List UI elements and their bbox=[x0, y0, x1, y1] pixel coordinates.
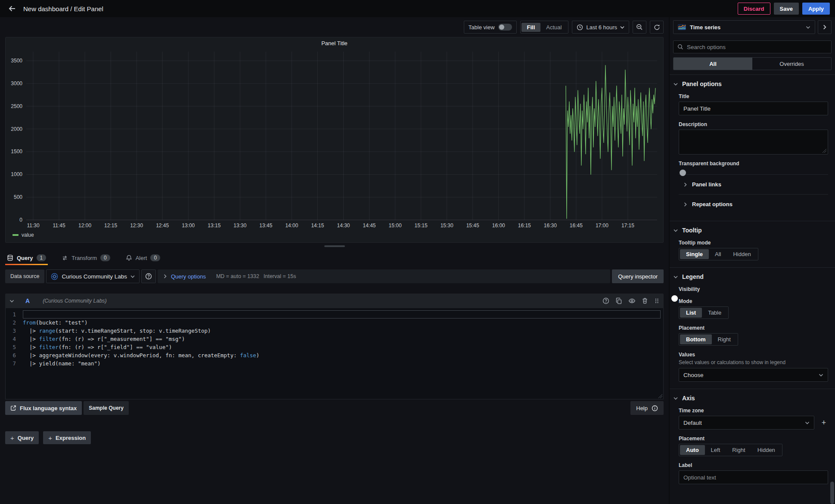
datasource-select[interactable]: Curious Community Labs bbox=[46, 269, 140, 283]
discard-button[interactable]: Discard bbox=[738, 3, 770, 15]
panel-resize-splitter[interactable] bbox=[0, 243, 669, 250]
axis-placement-hidden[interactable]: Hidden bbox=[751, 445, 781, 455]
section-panel-options-header[interactable]: Panel options bbox=[670, 80, 835, 87]
section-tooltip-header[interactable]: Tooltip bbox=[670, 227, 835, 234]
axis-placement-left[interactable]: Left bbox=[705, 445, 726, 455]
tab-transform[interactable]: Transform 0 bbox=[60, 252, 112, 265]
code-line-content: |> aggregateWindow(every: v.windowPeriod… bbox=[23, 351, 663, 359]
code-line[interactable]: 7 |> yield(name: "mean") bbox=[6, 359, 663, 368]
refresh-button[interactable] bbox=[650, 21, 664, 34]
svg-text:16:15: 16:15 bbox=[518, 223, 531, 229]
repeat-options-section[interactable]: Repeat options bbox=[679, 194, 828, 214]
svg-text:3500: 3500 bbox=[11, 58, 22, 64]
sample-query-button[interactable]: Sample Query bbox=[84, 401, 129, 415]
axis-placement-auto[interactable]: Auto bbox=[680, 445, 705, 455]
tooltip-mode-single[interactable]: Single bbox=[680, 249, 709, 259]
legend-placement-right[interactable]: Right bbox=[712, 334, 737, 344]
timezone-select[interactable]: Default bbox=[679, 416, 814, 430]
legend-mode-table[interactable]: Table bbox=[702, 308, 727, 318]
code-resize-handle[interactable] bbox=[658, 394, 662, 398]
add-expression-button[interactable]: + Expression bbox=[43, 431, 91, 444]
section-tooltip: Tooltip Tooltip mode Single All Hidden bbox=[670, 221, 835, 267]
add-query-button[interactable]: + Query bbox=[5, 431, 39, 444]
options-search-box[interactable] bbox=[673, 40, 832, 53]
options-search-input[interactable] bbox=[687, 44, 827, 50]
description-field-label: Description bbox=[679, 121, 828, 127]
actual-option[interactable]: Actual bbox=[540, 23, 567, 32]
query-ref-id[interactable]: A bbox=[25, 297, 30, 304]
legend-values-select[interactable]: Choose bbox=[679, 368, 828, 382]
panel-title-input[interactable] bbox=[679, 102, 828, 115]
drag-handle-grip-icon[interactable] bbox=[654, 297, 659, 304]
window-scrollbar-thumb[interactable] bbox=[830, 482, 834, 504]
query-options-bar: Query options MD = auto = 1332 Interval … bbox=[158, 269, 610, 283]
save-button[interactable]: Save bbox=[774, 3, 799, 15]
section-title: Axis bbox=[682, 395, 695, 402]
code-line-content: |> yield(name: "mean") bbox=[23, 359, 663, 368]
tab-all-options[interactable]: All bbox=[674, 58, 752, 70]
chevron-down-icon bbox=[806, 26, 810, 29]
axis-placement-right[interactable]: Right bbox=[726, 445, 751, 455]
code-line[interactable]: 2from(bucket: "test") bbox=[6, 318, 663, 327]
time-range-picker[interactable]: Last 6 hours bbox=[572, 21, 629, 34]
tooltip-mode-label: Tooltip mode bbox=[679, 240, 828, 246]
svg-text:11:30: 11:30 bbox=[27, 223, 39, 229]
svg-text:16:30: 16:30 bbox=[544, 223, 557, 229]
duplicate-query-icon[interactable] bbox=[615, 297, 622, 304]
query-editor-header[interactable]: A (Curious Community Labs) bbox=[5, 294, 664, 308]
editor-actions: + Query + Expression bbox=[5, 431, 664, 444]
legend-series-label[interactable]: value bbox=[22, 232, 34, 238]
section-title: Tooltip bbox=[682, 227, 702, 234]
breadcrumb[interactable]: New dashboard / Edit Panel bbox=[23, 5, 103, 12]
splitter-grip-handle[interactable] bbox=[324, 245, 345, 247]
apply-button[interactable]: Apply bbox=[802, 3, 830, 15]
section-legend-header[interactable]: Legend bbox=[670, 273, 835, 280]
help-button[interactable]: Help bbox=[630, 401, 664, 415]
query-datasource-hint: (Curious Community Labs) bbox=[43, 298, 107, 304]
table-view-toggle[interactable] bbox=[498, 24, 512, 31]
svg-text:1000: 1000 bbox=[11, 171, 22, 177]
code-line[interactable]: 5 |> filter(fn: (r) => r["_field"] == "v… bbox=[6, 343, 663, 351]
fill-option[interactable]: Fill bbox=[521, 23, 541, 32]
query-help-icon[interactable] bbox=[602, 297, 609, 304]
zoom-out-button[interactable] bbox=[633, 21, 646, 34]
back-button[interactable] bbox=[5, 2, 19, 15]
section-axis-header[interactable]: Axis bbox=[670, 395, 835, 402]
timeseries-chart[interactable]: 11:3011:4512:0012:1512:3012:4513:0013:15… bbox=[7, 48, 661, 231]
tab-query[interactable]: Query 1 bbox=[5, 252, 48, 265]
tab-overrides[interactable]: Overrides bbox=[752, 58, 831, 70]
legend-placement-group: Bottom Right bbox=[679, 333, 738, 346]
query-inspector-button[interactable]: Query inspector bbox=[612, 269, 664, 283]
tooltip-mode-hidden[interactable]: Hidden bbox=[727, 249, 757, 259]
chevron-right-icon[interactable] bbox=[164, 274, 167, 278]
query-editor-footer: Flux language syntax Sample Query Help bbox=[5, 401, 664, 415]
axis-label-input[interactable] bbox=[679, 470, 828, 484]
legend-mode-group: List Table bbox=[679, 306, 729, 319]
panel-links-section[interactable]: Panel links bbox=[679, 174, 828, 194]
svg-text:16:00: 16:00 bbox=[492, 223, 505, 229]
flux-code-editor[interactable]: 12from(bucket: "test")3 |> range(start: … bbox=[5, 308, 664, 399]
collapse-chevron-icon[interactable] bbox=[9, 300, 14, 303]
panel-title[interactable]: Panel Title bbox=[6, 37, 663, 47]
visualization-picker[interactable]: Time series bbox=[673, 20, 815, 34]
tooltip-mode-all[interactable]: All bbox=[709, 249, 727, 259]
add-timezone-button[interactable]: + bbox=[819, 418, 828, 427]
collapse-options-pane-button[interactable] bbox=[818, 20, 832, 34]
datasource-help-button[interactable] bbox=[141, 269, 156, 283]
transparent-bg-label: Transparent background bbox=[679, 161, 828, 167]
flux-syntax-button[interactable]: Flux language syntax bbox=[5, 401, 82, 415]
query-options-link[interactable]: Query options bbox=[171, 273, 206, 280]
code-line[interactable]: 6 |> aggregateWindow(every: v.windowPeri… bbox=[6, 351, 663, 359]
code-line[interactable]: 4 |> filter(fn: (r) => r["_measurement"]… bbox=[6, 335, 663, 343]
textarea-resize-handle[interactable] bbox=[822, 148, 826, 153]
code-line[interactable]: 1 bbox=[6, 310, 663, 318]
code-line[interactable]: 3 |> range(start: v.timeRangeStart, stop… bbox=[6, 327, 663, 335]
panel-description-textarea[interactable] bbox=[679, 130, 828, 155]
tab-alert[interactable]: Alert 0 bbox=[124, 252, 162, 265]
info-circle-icon bbox=[652, 405, 658, 411]
legend-mode-list[interactable]: List bbox=[680, 308, 702, 318]
hide-response-eye-icon[interactable] bbox=[628, 297, 636, 304]
max-data-points: MD = auto = 1332 bbox=[216, 273, 259, 279]
delete-query-trash-icon[interactable] bbox=[642, 297, 648, 304]
legend-placement-bottom[interactable]: Bottom bbox=[680, 334, 712, 344]
